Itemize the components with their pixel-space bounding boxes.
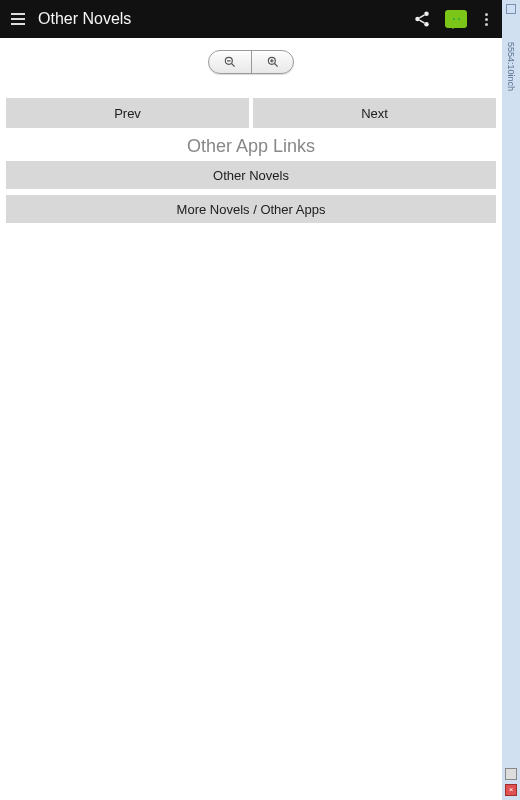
svg-point-2 [424,22,429,27]
svg-point-1 [415,17,420,22]
prev-button[interactable]: Prev [6,98,249,128]
page-title: Other Novels [38,10,413,28]
zoom-in-button[interactable] [251,51,293,73]
action-icons [413,10,496,28]
zoom-controls [0,50,502,74]
other-novels-button[interactable]: Other Novels [6,161,496,189]
chat-icon[interactable] [445,10,467,28]
close-icon[interactable]: × [505,784,517,796]
emulator-frame-rail: 5554:10inch × [502,0,520,800]
zoom-out-button[interactable] [209,51,251,73]
next-button[interactable]: Next [253,98,496,128]
more-apps-button[interactable]: More Novels / Other Apps [6,195,496,223]
emulator-label: 5554:10inch [506,42,516,91]
svg-point-0 [424,12,429,17]
app-viewport: Other Novels Prev [0,0,502,800]
section-heading: Other App Links [0,136,502,157]
emulator-window-controls: × [502,768,520,796]
content-area: Prev Next Other App Links Other Novels M… [0,38,502,800]
hamburger-menu-icon[interactable] [6,7,30,31]
pager-row: Prev Next [0,98,502,128]
action-bar: Other Novels [0,0,502,38]
minimize-icon[interactable] [505,768,517,780]
emulator-indicator-icon [506,4,516,14]
svg-line-4 [232,64,235,67]
share-icon[interactable] [413,10,431,28]
overflow-menu-icon[interactable] [481,13,492,26]
svg-line-7 [274,64,277,67]
